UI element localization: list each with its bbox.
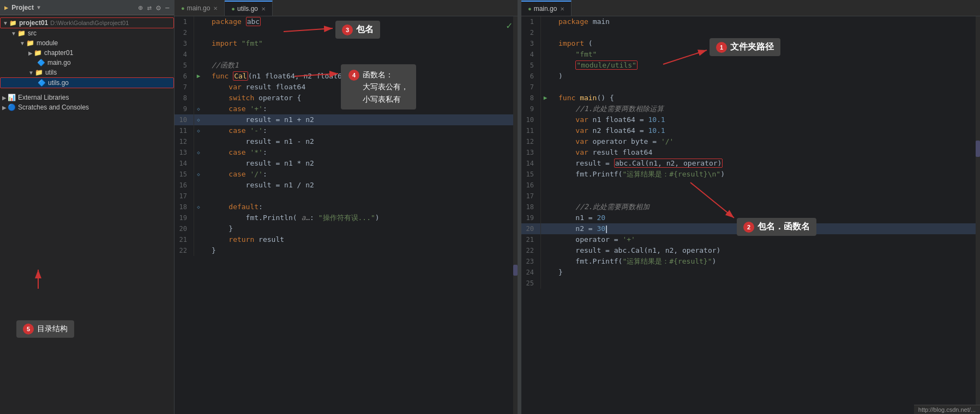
r-code-line-3: 3 import (: [521, 38, 980, 49]
code-line-21: 21 return result: [175, 234, 518, 245]
tree-item-chapter01[interactable]: ▶ 📁 chapter01: [0, 48, 174, 58]
tree-item-main-go-1[interactable]: 🔷 main.go: [0, 58, 174, 68]
main-go-1-label: main.go: [47, 59, 71, 66]
sidebar-toolbar: ⊕ ⇄ ⚙ −: [138, 3, 170, 12]
code-line-7: 7 var result float64: [175, 82, 518, 93]
go-file-icon: ●: [181, 5, 185, 11]
add-icon[interactable]: ⊕: [138, 3, 142, 12]
expand-icon: ▼: [20, 40, 25, 46]
utils-go-label: utils.go: [48, 79, 69, 87]
tree-item-src[interactable]: ▼ 📁 src: [0, 28, 174, 38]
tab-main-go-left-label: main.go: [187, 4, 211, 12]
r-code-line-25: 25: [521, 278, 980, 289]
code-line-17: 17: [175, 191, 518, 202]
dropdown-icon[interactable]: ▼: [37, 4, 40, 10]
expand-icon: ▼: [3, 20, 8, 26]
sync-icon[interactable]: ⇄: [147, 3, 152, 12]
sidebar-title: Project: [11, 4, 34, 11]
folder-icon: 📁: [17, 29, 26, 37]
annotation5-arrow: [27, 267, 49, 294]
src-label: src: [28, 29, 37, 37]
folder-icon: 📁: [9, 20, 17, 27]
project01-path: D:\Work\Goland\Go\project01: [50, 20, 129, 26]
right-scrollbar[interactable]: [976, 16, 980, 414]
file-icon: 🔷: [37, 59, 45, 66]
code-line-20: 20 }: [175, 223, 518, 234]
tree-item-utils-go[interactable]: 🔷 utils.go: [0, 77, 174, 88]
left-scroll-thumb[interactable]: [513, 265, 518, 276]
tab-utils-go[interactable]: ● utils.go ✕: [225, 1, 273, 16]
code-line-12: 12 result = n1 - n2: [175, 136, 518, 147]
expand-icon: ▶: [28, 50, 33, 56]
expand-icon: ▼: [28, 70, 34, 76]
chapter01-label: chapter01: [44, 49, 73, 57]
r-code-line-15: 15 fmt.Printf("运算结果是：#{result}\n"): [521, 169, 980, 180]
r-code-line-22: 22 result = abc.Cal(n1, n2, operator): [521, 245, 980, 256]
left-scrollbar[interactable]: [513, 16, 518, 414]
code-line-4: 4: [175, 49, 518, 60]
settings-icon[interactable]: ⚙: [156, 3, 160, 12]
folder-icon: 📁: [35, 69, 43, 76]
expand-icon: ▶: [2, 105, 7, 111]
tree-item-module[interactable]: ▼ 📁 module: [0, 38, 174, 48]
project01-label: project01: [19, 19, 48, 27]
tab-main-go-left[interactable]: ● main.go ✕: [175, 1, 225, 16]
code-line-14: 14 result = n1 * n2: [175, 158, 518, 169]
code-line-1: 1 package abc: [175, 16, 518, 27]
r-code-line-16: 16: [521, 180, 980, 191]
close-main-go-left[interactable]: ✕: [213, 5, 218, 11]
r-code-line-10: 10 var n1 float64 = 10.1: [521, 114, 980, 125]
r-code-line-18: 18 //2.此处需要两数相加: [521, 202, 980, 212]
annotation5-box: 5 目录结构: [16, 320, 74, 338]
status-bar: http://blog.csdn.net/...: [914, 405, 980, 414]
r-code-line-8: 8 ▶ func main() {: [521, 93, 980, 104]
r-code-line-4: 4 "fmt": [521, 49, 980, 60]
folder-icon: 📁: [26, 39, 34, 47]
right-scroll-thumb[interactable]: [976, 141, 980, 157]
file-icon: 🔷: [38, 79, 46, 87]
right-editor-pane: ● main.go ✕ 1 package main 2 3: [521, 0, 980, 414]
tab-main-go-right-label: main.go: [534, 5, 557, 13]
tree-item-scratches[interactable]: ▶ 🔵 Scratches and Consoles: [0, 102, 174, 112]
code-line-22: 22 }: [175, 245, 518, 256]
r-code-line-13: 13 var result float64: [521, 147, 980, 158]
code-line-13: 13 ◇ case '*':: [175, 147, 518, 158]
tree-item-external[interactable]: ▶ 📊 External Libraries: [0, 93, 174, 102]
go-file-icon-r: ●: [528, 5, 532, 12]
r-code-line-21: 21 operator = '+': [521, 234, 980, 245]
go-file-icon-2: ●: [231, 5, 235, 12]
code-line-10: 10 ◇ result = n1 + n2: [175, 114, 518, 125]
r-code-line-12: 12 var operator byte = '/': [521, 136, 980, 147]
code-line-6: 6 ▶ func Cal(n1 float64, n2 float64, op: [175, 71, 518, 82]
r-code-line-24: 24 }: [521, 267, 980, 278]
code-line-11: 11 ◇ case '-':: [175, 125, 518, 136]
close-main-go-right[interactable]: ✕: [560, 6, 564, 12]
left-code-editor[interactable]: 1 package abc 2 3 import "fmt" 4: [175, 16, 518, 414]
folder-icon: ▶: [4, 4, 8, 11]
minimize-icon[interactable]: −: [165, 3, 170, 12]
r-code-line-11: 11 var n2 float64 = 10.1: [521, 125, 980, 136]
sidebar: ▶ Project ▼ ⊕ ⇄ ⚙ − ▼ 📁 project01 D:\Wor…: [0, 0, 175, 414]
code-line-16: 16 result = n1 / n2: [175, 180, 518, 191]
tab-main-go-right[interactable]: ● main.go ✕: [521, 1, 572, 16]
code-line-3: 3 import "fmt": [175, 38, 518, 49]
code-line-18: 18 ◇ default:: [175, 202, 518, 212]
scratches-label: Scratches and Consoles: [18, 104, 89, 111]
code-line-19: 19 fmt.Println( a…: "操作符有误..."): [175, 212, 518, 223]
r-code-line-1: 1 package main: [521, 16, 980, 27]
tree-item-project01[interactable]: ▼ 📁 project01 D:\Work\Goland\Go\project0…: [0, 17, 174, 28]
r-code-line-9: 9 //1.此处需要两数相除运算: [521, 104, 980, 114]
code-line-15: 15 ◇ case '/':: [175, 169, 518, 180]
expand-icon: ▶: [2, 95, 7, 101]
r-code-line-5: 5 "module/utils": [521, 60, 980, 71]
right-code-editor[interactable]: 1 package main 2 3 import ( 4 "fmt": [521, 16, 980, 414]
editor-area: ● main.go ✕ ● utils.go ✕ 1 package abc 2: [175, 0, 980, 414]
r-code-line-2: 2: [521, 27, 980, 38]
utils-folder-label: utils: [45, 69, 57, 76]
r-code-line-17: 17: [521, 191, 980, 202]
tree-item-utils-folder[interactable]: ▼ 📁 utils: [0, 68, 174, 77]
module-label: module: [37, 39, 58, 47]
close-utils-go[interactable]: ✕: [261, 6, 266, 12]
r-code-line-19: 19 n1 = 20: [521, 212, 980, 223]
r-code-line-7: 7: [521, 82, 980, 93]
